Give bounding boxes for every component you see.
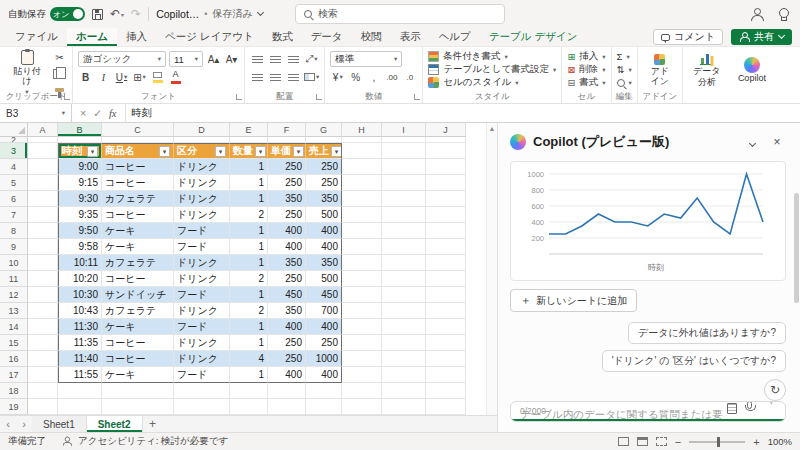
cell[interactable]: 9:00 — [58, 159, 102, 175]
cell[interactable] — [268, 383, 306, 399]
tell-me-icon[interactable] — [778, 8, 788, 21]
cell[interactable]: 10:20 — [58, 271, 102, 287]
collapse-pane-button[interactable] — [743, 135, 761, 149]
format-cells-button[interactable]: ⊟書式▾ — [567, 76, 605, 89]
cell[interactable]: ドリンク — [174, 255, 230, 271]
select-all-corner[interactable] — [0, 123, 28, 137]
cell[interactable] — [382, 271, 426, 287]
cell[interactable] — [102, 383, 174, 399]
cell[interactable] — [342, 207, 382, 223]
cell[interactable] — [426, 271, 466, 287]
cell[interactable] — [28, 175, 58, 191]
row-header[interactable]: 10 — [0, 255, 28, 271]
cell[interactable]: 700 — [306, 303, 342, 319]
cell[interactable] — [426, 175, 466, 191]
cell[interactable] — [28, 255, 58, 271]
cell[interactable] — [382, 303, 426, 319]
close-pane-button[interactable]: × — [768, 135, 786, 149]
cell[interactable]: 400 — [268, 223, 306, 239]
cell[interactable] — [342, 351, 382, 367]
font-size-select[interactable]: 11▾ — [169, 51, 203, 67]
cell[interactable] — [28, 351, 58, 367]
column-header[interactable]: D — [174, 123, 230, 137]
cell[interactable] — [28, 159, 58, 175]
cell[interactable] — [58, 399, 102, 415]
cell[interactable]: 10:30 — [58, 287, 102, 303]
save-button[interactable] — [92, 9, 103, 20]
cell[interactable]: フード — [174, 319, 230, 335]
cell[interactable] — [28, 303, 58, 319]
mic-icon[interactable] — [743, 401, 755, 414]
cell[interactable] — [342, 383, 382, 399]
cell[interactable]: 9:15 — [58, 175, 102, 191]
cell[interactable] — [268, 399, 306, 415]
sheet-nav-left[interactable]: ‹ — [0, 416, 16, 432]
cell[interactable] — [306, 399, 342, 415]
share-button[interactable]: 共有 — [731, 29, 792, 45]
cell[interactable]: 500 — [306, 207, 342, 223]
cell[interactable]: 450 — [306, 287, 342, 303]
cell[interactable] — [174, 399, 230, 415]
cell[interactable] — [28, 335, 58, 351]
cell[interactable]: ケーキ — [102, 367, 174, 383]
comma-format-button[interactable]: , — [366, 70, 381, 85]
cell[interactable] — [426, 223, 466, 239]
cell[interactable] — [382, 207, 426, 223]
align-right-button[interactable] — [286, 70, 301, 85]
cell[interactable]: 250 — [268, 207, 306, 223]
cell[interactable]: 9:50 — [58, 223, 102, 239]
accessibility-status[interactable]: アクセシビリティ: 検討が必要です — [60, 435, 228, 448]
row-header[interactable]: 6 — [0, 191, 28, 207]
cell[interactable] — [28, 383, 58, 399]
row-header[interactable]: 3 — [0, 143, 28, 159]
cell[interactable] — [426, 239, 466, 255]
insert-cells-button[interactable]: ⊞挿入▾ — [567, 50, 605, 63]
cell[interactable] — [426, 191, 466, 207]
cell[interactable]: コーヒー — [102, 271, 174, 287]
autosave-switch[interactable]: オン — [50, 7, 85, 21]
cell[interactable]: コーヒー — [102, 159, 174, 175]
cell[interactable]: フード — [174, 223, 230, 239]
ribbon-tab[interactable]: テーブル デザイン — [480, 28, 587, 46]
filter-dropdown-icon[interactable]: ▾ — [293, 146, 304, 157]
ribbon-tab[interactable]: 校閲 — [352, 28, 391, 46]
undo-dropdown-icon[interactable]: ▾ — [121, 11, 124, 18]
cell[interactable] — [426, 143, 466, 159]
autosum-button[interactable]: Σ▾ — [617, 50, 632, 63]
prompt-guide-icon[interactable] — [727, 403, 737, 414]
page-layout-view-button[interactable] — [637, 437, 648, 446]
cell[interactable] — [342, 239, 382, 255]
cell[interactable] — [342, 143, 382, 159]
align-top-button[interactable] — [250, 52, 265, 67]
cell[interactable]: 9:35 — [58, 207, 102, 223]
cell[interactable]: 9:30 — [58, 191, 102, 207]
cell[interactable] — [426, 399, 466, 415]
column-header[interactable]: A — [28, 123, 58, 137]
cell[interactable] — [230, 399, 268, 415]
align-middle-button[interactable] — [268, 52, 283, 67]
align-bottom-button[interactable] — [286, 52, 301, 67]
cell[interactable] — [382, 399, 426, 415]
row-header[interactable]: 4 — [0, 159, 28, 175]
cell[interactable] — [306, 383, 342, 399]
cell[interactable]: フード — [174, 367, 230, 383]
analyze-data-button[interactable]: データ分析 — [688, 53, 726, 87]
cell[interactable]: 250 — [268, 271, 306, 287]
cell[interactable]: ドリンク — [174, 191, 230, 207]
cell[interactable]: 1 — [230, 335, 268, 351]
cell[interactable]: 400 — [268, 319, 306, 335]
comments-button[interactable]: コメント — [653, 29, 723, 45]
column-header[interactable]: J — [426, 123, 466, 137]
increase-font-button[interactable]: A▴ — [206, 52, 221, 67]
column-header[interactable]: F — [268, 123, 306, 137]
cell[interactable]: カフェラテ — [102, 303, 174, 319]
filter-dropdown-icon[interactable]: ▾ — [87, 146, 98, 157]
cell[interactable] — [426, 335, 466, 351]
cell[interactable]: 1000 — [306, 351, 342, 367]
decrease-decimal-button[interactable]: .0 — [402, 70, 417, 85]
suggestion-chip[interactable]: データに外れ値はありますか? — [628, 322, 786, 344]
cell[interactable] — [426, 207, 466, 223]
autosave-toggle[interactable]: 自動保存 オン — [8, 7, 85, 21]
cell[interactable] — [102, 399, 174, 415]
cell[interactable] — [382, 335, 426, 351]
